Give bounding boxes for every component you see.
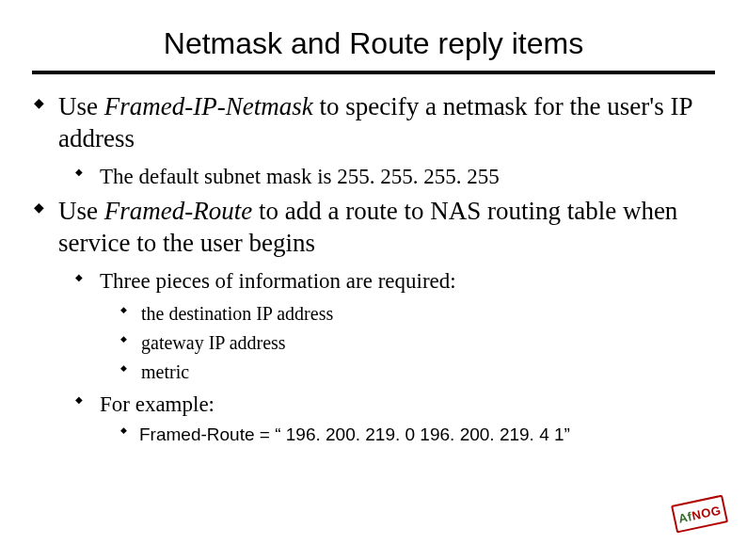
list-item: Three pieces of information are required… bbox=[72, 267, 715, 385]
text: the destination IP address bbox=[141, 303, 333, 324]
text: metric bbox=[141, 361, 189, 382]
list-item: the destination IP address bbox=[117, 301, 715, 327]
logo-box: AfNOG bbox=[671, 495, 728, 534]
afnog-logo: AfNOG bbox=[671, 495, 729, 537]
bullet-list: Use Framed-IP-Netmask to specify a netma… bbox=[32, 91, 715, 446]
text: For example: bbox=[100, 392, 215, 416]
title-divider bbox=[32, 71, 715, 74]
slide-title: Netmask and Route reply items bbox=[32, 26, 715, 61]
list-item: metric bbox=[117, 360, 715, 385]
text: Use bbox=[58, 197, 104, 225]
text: gateway IP address bbox=[141, 332, 286, 353]
list-item: For example: Framed-Route = “ 196. 200. … bbox=[72, 391, 715, 447]
list-item: Use Framed-IP-Netmask to specify a netma… bbox=[32, 91, 715, 190]
list-item: Framed-Route = “ 196. 200. 219. 0 196. 2… bbox=[117, 423, 715, 447]
logo-nog: NOG bbox=[691, 503, 723, 522]
text: Use bbox=[58, 92, 104, 120]
list-item: Use Framed-Route to add a route to NAS r… bbox=[32, 196, 715, 446]
text-italic: Framed-Route bbox=[104, 197, 252, 225]
logo-text: AfNOG bbox=[677, 503, 723, 525]
list-item: The default subnet mask is 255. 255. 255… bbox=[72, 163, 715, 191]
text: Three pieces of information are required… bbox=[100, 269, 456, 293]
text: Framed-Route = “ 196. 200. 219. 0 196. 2… bbox=[139, 424, 570, 444]
text: The default subnet mask is 255. 255. 255… bbox=[100, 165, 500, 188]
list-item: gateway IP address bbox=[117, 330, 715, 356]
slide: Netmask and Route reply items Use Framed… bbox=[0, 0, 747, 560]
text-italic: Framed-IP-Netmask bbox=[104, 92, 313, 120]
